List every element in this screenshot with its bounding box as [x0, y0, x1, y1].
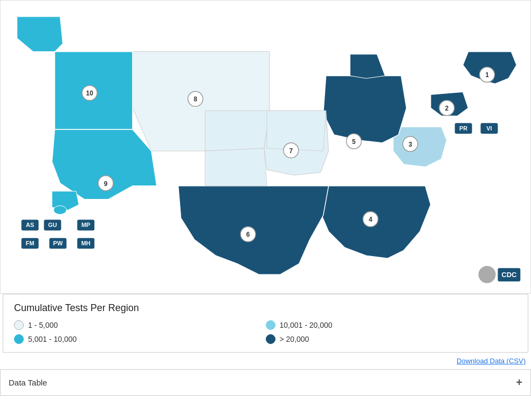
legend-swatch-1: [14, 320, 24, 330]
svg-text:5: 5: [352, 138, 356, 146]
svg-point-37: [479, 266, 496, 283]
svg-text:4: 4: [369, 216, 373, 223]
legend-label-1: 1 - 5,000: [28, 321, 58, 329]
svg-text:VI: VI: [486, 125, 492, 132]
svg-text:CDC: CDC: [501, 271, 516, 279]
svg-text:3: 3: [409, 141, 412, 148]
svg-text:10: 10: [86, 89, 94, 97]
legend-swatch-4: [266, 334, 275, 344]
legend-col-right: 10,001 - 20,000 > 20,000: [266, 320, 518, 344]
legend-col-left: 1 - 5,000 5,001 - 10,000: [14, 320, 266, 344]
svg-text:8: 8: [194, 95, 197, 103]
data-table-label: Data Table: [9, 378, 47, 387]
svg-text:GU: GU: [48, 222, 57, 228]
legend-title: Cumulative Tests Per Region: [14, 302, 517, 314]
svg-text:9: 9: [104, 180, 108, 188]
svg-text:6: 6: [246, 231, 250, 238]
download-bar: Download Data (CSV): [0, 353, 531, 369]
legend-swatch-2: [14, 334, 24, 344]
download-link[interactable]: Download Data (CSV): [457, 357, 526, 365]
legend-section: Cumulative Tests Per Region 1 - 5,000 5,…: [3, 294, 528, 353]
svg-text:7: 7: [289, 147, 293, 155]
data-table-bar[interactable]: Data Table +: [0, 369, 531, 396]
legend-items: 1 - 5,000 5,001 - 10,000 10,001 - 20,000…: [14, 320, 517, 344]
svg-text:PW: PW: [53, 240, 63, 246]
legend-item-4: > 20,000: [266, 334, 518, 344]
region-5[interactable]: [323, 54, 406, 143]
legend-item-1: 1 - 5,000: [14, 320, 266, 330]
svg-text:FM: FM: [26, 240, 35, 246]
legend-label-4: > 20,000: [280, 335, 309, 343]
legend-label-2: 5,001 - 10,000: [28, 335, 77, 343]
svg-text:2: 2: [445, 105, 449, 112]
svg-point-0: [53, 206, 66, 215]
us-map: 1 2 3 4 5 6 7 8 9 10 AS GU: [0, 0, 531, 294]
expand-icon: +: [516, 376, 522, 389]
legend-swatch-3: [266, 320, 275, 330]
svg-text:MP: MP: [81, 222, 90, 228]
svg-text:MH: MH: [81, 240, 91, 246]
legend-item-2: 5,001 - 10,000: [14, 334, 266, 344]
legend-item-3: 10,001 - 20,000: [266, 320, 518, 330]
region-3[interactable]: [393, 127, 447, 167]
svg-text:AS: AS: [26, 222, 34, 228]
svg-text:1: 1: [485, 71, 489, 79]
svg-text:PR: PR: [459, 125, 467, 132]
legend-label-3: 10,001 - 20,000: [280, 321, 333, 329]
